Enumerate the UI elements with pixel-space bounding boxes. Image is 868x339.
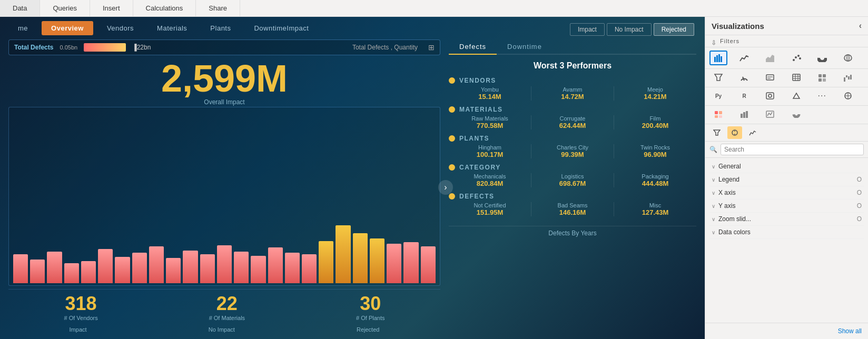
toolbar-queries[interactable]: Queries: [40, 0, 90, 16]
svg-point-5: [793, 59, 795, 61]
prop-data-colors[interactable]: ∨ Data colors: [709, 226, 864, 239]
viz-icon-custom1[interactable]: [761, 88, 779, 103]
tab-materials[interactable]: Materials: [147, 21, 196, 35]
list-item[interactable]: Film200.40M: [614, 115, 696, 129]
performer-value: 820.84M: [449, 180, 531, 187]
viz-icon-area-chart[interactable]: [761, 51, 779, 65]
filter-no-impact[interactable]: No Impact: [607, 23, 652, 36]
viz-icon-small2[interactable]: [735, 107, 753, 122]
bar[interactable]: [200, 254, 215, 283]
tab-overview[interactable]: Overview: [42, 21, 93, 35]
tab-me[interactable]: me: [8, 21, 37, 35]
bar[interactable]: [98, 249, 113, 283]
list-item[interactable]: Not Certified151.95M: [449, 202, 531, 216]
performers-tab-downtime[interactable]: Downtime: [497, 39, 553, 54]
list-item[interactable]: Hingham100.17M: [449, 144, 531, 158]
viz-icon-pie-chart[interactable]: [813, 51, 831, 65]
bar[interactable]: [166, 258, 181, 283]
bar[interactable]: [30, 260, 45, 283]
prop-xaxis[interactable]: ∨ X axis O: [709, 186, 864, 200]
toolbar-calculations[interactable]: Calculations: [133, 0, 196, 16]
list-item[interactable]: Bad Seams146.16M: [531, 202, 614, 216]
bar[interactable]: [64, 263, 79, 283]
list-item[interactable]: Misc127.43M: [614, 202, 696, 216]
bar[interactable]: [319, 241, 333, 283]
bar[interactable]: [217, 245, 232, 283]
list-item[interactable]: Yombu15.14M: [449, 86, 531, 101]
list-item[interactable]: Mechanicals820.84M: [449, 173, 531, 187]
list-item[interactable]: Raw Materials770.58M: [449, 115, 531, 129]
filter-impact[interactable]: Impact: [570, 23, 605, 36]
prop-legend[interactable]: ∨ Legend O: [709, 173, 864, 186]
tab-plants[interactable]: Plants: [201, 21, 240, 35]
viz-icon-heatmap[interactable]: [709, 107, 727, 122]
search-input[interactable]: [721, 144, 864, 155]
viz-icon-table[interactable]: [787, 70, 805, 85]
viz-icon-custom3[interactable]: [839, 88, 857, 103]
bar[interactable]: [13, 254, 28, 283]
list-item[interactable]: Logistics698.67M: [531, 173, 614, 187]
viz-icon-line-chart[interactable]: [735, 51, 753, 65]
bar[interactable]: [115, 257, 130, 283]
vendors-kpi-label: # Of Vendors: [64, 315, 97, 321]
viz-icon-map[interactable]: [839, 51, 857, 65]
toolbar-data[interactable]: Data: [0, 0, 40, 16]
bar[interactable]: [234, 252, 249, 283]
viz-icon-small4[interactable]: [787, 107, 805, 122]
show-all-button[interactable]: Show all: [838, 327, 862, 335]
viz-icon-card[interactable]: [761, 70, 779, 85]
prop-general[interactable]: ∨ General: [709, 160, 864, 173]
bar[interactable]: [81, 261, 96, 283]
viz-collapse-button[interactable]: ‹: [859, 21, 862, 31]
list-item[interactable]: Corrugate624.44M: [531, 115, 614, 129]
filter-rejected[interactable]: Rejected: [654, 23, 694, 36]
bar[interactable]: [421, 246, 436, 283]
viz-icon-py[interactable]: Py: [709, 88, 727, 103]
chart-next-arrow[interactable]: ›: [438, 180, 453, 195]
viz-icon-ellipsis[interactable]: ···: [813, 88, 831, 103]
viz-icon-matrix[interactable]: [813, 70, 831, 85]
expand-icon[interactable]: ⊞: [428, 43, 435, 52]
bar[interactable]: [387, 244, 401, 283]
bar[interactable]: [302, 254, 317, 283]
list-item[interactable]: Avamm14.72M: [531, 86, 614, 101]
viz-icon-funnel[interactable]: [709, 70, 727, 85]
tab-vendors[interactable]: Vendors: [97, 21, 143, 35]
viz-tool-filter[interactable]: [709, 126, 724, 139]
bar[interactable]: [251, 256, 265, 283]
bar[interactable]: [149, 246, 164, 283]
bottom-kpi-vendors: 318 # Of Vendors: [64, 293, 97, 321]
list-item[interactable]: Meejo14.21M: [614, 86, 696, 101]
bar[interactable]: [403, 242, 418, 283]
bar[interactable]: [370, 238, 384, 283]
list-item[interactable]: Charles City99.39M: [531, 144, 614, 158]
viz-icon-small3[interactable]: [761, 107, 779, 122]
bar[interactable]: [47, 252, 62, 283]
viz-icon-scatter[interactable]: [787, 51, 805, 65]
viz-icon-waterfall[interactable]: [839, 70, 857, 85]
list-item[interactable]: Twin Rocks96.90M: [614, 144, 696, 158]
kpi-value: ▐22bn: [132, 44, 151, 51]
prop-zoom[interactable]: ∨ Zoom slid... O: [709, 213, 864, 226]
tab-downtime-impact[interactable]: DowntimeImpact: [244, 21, 318, 35]
bar[interactable]: [336, 225, 350, 283]
bar-chart[interactable]: [8, 107, 440, 286]
viz-icon-r[interactable]: R: [735, 88, 753, 103]
toolbar-share[interactable]: Share: [196, 0, 240, 16]
bar[interactable]: [183, 251, 198, 283]
filters-rotated-label[interactable]: ⇦: [710, 37, 717, 45]
viz-icon-custom2[interactable]: [787, 88, 805, 103]
prop-yaxis[interactable]: ∨ Y axis O: [709, 200, 864, 213]
viz-icon-bar-chart[interactable]: [709, 51, 727, 65]
bar[interactable]: [268, 247, 283, 283]
viz-tool-format[interactable]: [727, 126, 742, 139]
list-item[interactable]: Packaging444.48M: [614, 173, 696, 187]
label-no-impact: No Impact: [209, 326, 235, 333]
bar[interactable]: [285, 253, 300, 283]
toolbar-insert[interactable]: Insert: [90, 0, 133, 16]
bar[interactable]: [353, 233, 368, 283]
viz-tool-analytics[interactable]: [745, 126, 760, 139]
bar[interactable]: [132, 253, 147, 283]
performers-tab-defects[interactable]: Defects: [449, 39, 497, 55]
viz-icon-gauge[interactable]: [735, 70, 753, 85]
